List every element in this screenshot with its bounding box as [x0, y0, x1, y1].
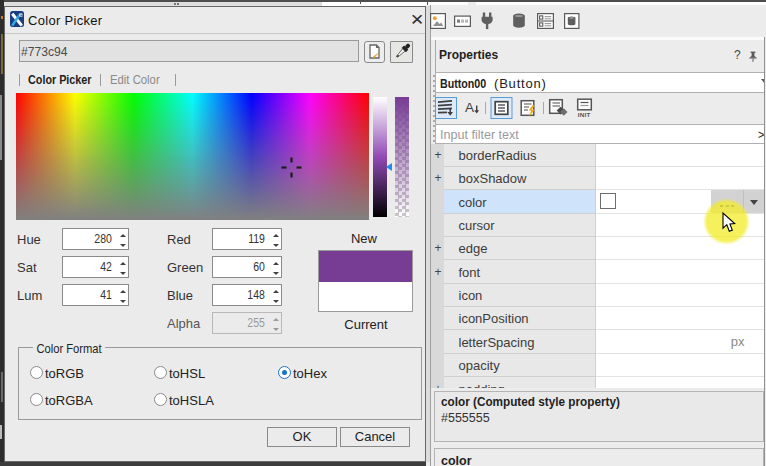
- svg-text:A: A: [465, 100, 474, 115]
- svg-text:INIT: INIT: [578, 111, 591, 118]
